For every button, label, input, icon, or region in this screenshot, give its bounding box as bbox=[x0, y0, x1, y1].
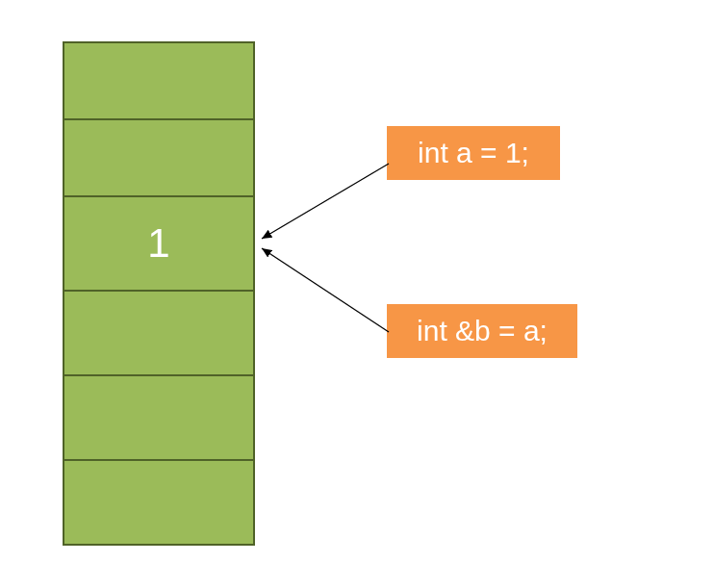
declaration-b: int &b = a; bbox=[387, 304, 577, 358]
memory-cell-1 bbox=[63, 118, 255, 197]
memory-cell-3 bbox=[63, 290, 255, 376]
memory-cell-2-value: 1 bbox=[147, 220, 169, 267]
declaration-a: int a = 1; bbox=[387, 126, 560, 180]
memory-cell-2: 1 bbox=[63, 195, 255, 292]
declaration-a-text: int a = 1; bbox=[418, 137, 529, 169]
arrow-from-b bbox=[262, 248, 389, 332]
memory-cell-5 bbox=[63, 459, 255, 546]
declaration-b-text: int &b = a; bbox=[417, 315, 548, 347]
memory-cell-4 bbox=[63, 374, 255, 461]
memory-cell-0 bbox=[63, 41, 255, 120]
arrow-from-a bbox=[262, 164, 389, 239]
